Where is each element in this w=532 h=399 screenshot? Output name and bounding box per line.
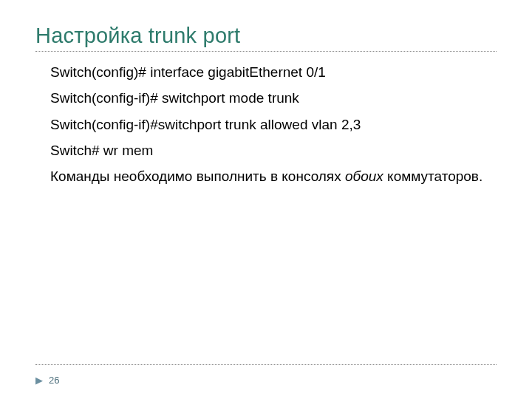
slide-title: Настройка trunk port	[35, 24, 497, 48]
note-prefix: Команды необходимо выполнить в консолях	[50, 168, 345, 184]
slide-body: Switch(config)# interface gigabitEtherne…	[35, 61, 497, 188]
command-line: Switch(config-if)# switchport mode trunk	[35, 86, 497, 109]
title-divider	[35, 51, 497, 52]
note-italic: обоих	[345, 168, 383, 184]
note-suffix: коммутаторов.	[383, 168, 482, 184]
command-line: Switch# wr mem	[35, 139, 497, 162]
note-text: Команды необходимо выполнить в консолях …	[35, 165, 497, 188]
footer-divider	[35, 364, 497, 365]
slide-footer: ▶ 26	[35, 375, 59, 386]
command-line: Switch(config)# interface gigabitEtherne…	[35, 61, 497, 83]
bullet-icon: ▶	[35, 375, 43, 385]
page-number: 26	[49, 375, 59, 386]
command-line: Switch(config-if)#switchport trunk allow…	[35, 113, 497, 136]
slide: Настройка trunk port Switch(config)# int…	[0, 0, 532, 399]
